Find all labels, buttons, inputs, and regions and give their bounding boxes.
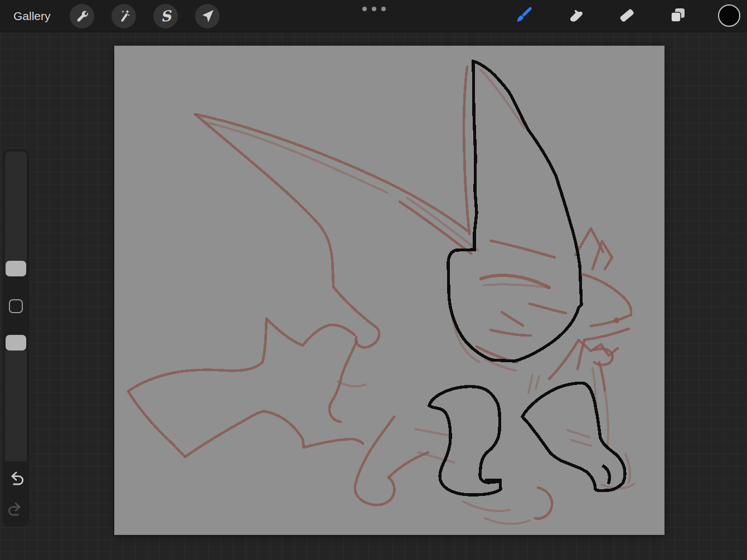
top-toolbar: Gallery xyxy=(0,0,747,32)
undo-icon xyxy=(7,479,25,489)
brush-icon xyxy=(515,6,533,27)
undo-button[interactable] xyxy=(7,470,25,487)
eraser-icon xyxy=(617,6,636,27)
eye-dot xyxy=(614,318,619,323)
transform-button[interactable] xyxy=(195,4,220,28)
smudge-icon xyxy=(566,6,585,27)
modify-button[interactable] xyxy=(9,299,23,313)
eraser-tool-button[interactable] xyxy=(617,7,636,26)
side-toolbar xyxy=(3,149,29,527)
brush-opacity-handle[interactable] xyxy=(6,335,26,350)
magic-wand-icon xyxy=(116,8,132,24)
ellipsis-icon xyxy=(372,7,376,11)
layers-icon xyxy=(668,6,687,27)
brush-opacity-slider[interactable] xyxy=(5,350,27,461)
actions-button[interactable] xyxy=(70,4,94,28)
drawing-canvas[interactable] xyxy=(114,46,664,535)
adjustments-button[interactable] xyxy=(111,4,136,28)
selections-button[interactable]: S xyxy=(153,4,178,28)
layers-button[interactable] xyxy=(668,7,687,26)
gallery-button[interactable]: Gallery xyxy=(13,0,51,32)
canvas-options-button[interactable] xyxy=(362,7,387,12)
redo-icon xyxy=(7,510,25,519)
color-swatch[interactable] xyxy=(718,4,740,27)
brush-size-slider[interactable] xyxy=(5,152,27,270)
brush-size-handle[interactable] xyxy=(6,261,26,276)
ellipsis-icon xyxy=(362,7,367,11)
sketch-layer xyxy=(128,67,634,524)
procreate-app: Gallery xyxy=(0,0,747,560)
wrench-icon xyxy=(74,8,90,24)
artwork xyxy=(114,46,664,535)
arrow-cursor-icon xyxy=(200,8,215,24)
s-curve-icon: S xyxy=(159,8,171,24)
ellipsis-icon xyxy=(381,7,386,11)
smudge-tool-button[interactable] xyxy=(566,7,585,26)
paint-tool-button[interactable] xyxy=(515,7,533,26)
redo-button[interactable] xyxy=(7,500,25,518)
